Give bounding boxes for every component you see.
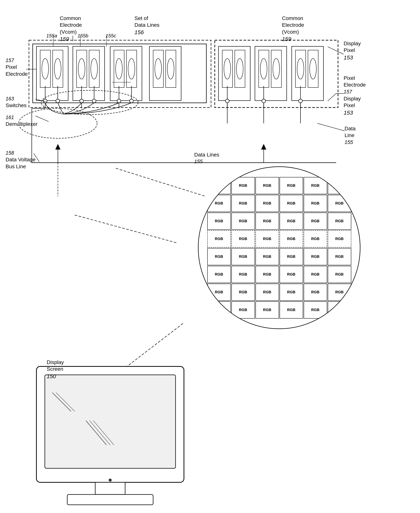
svg-rect-4 — [40, 50, 50, 87]
rgb-cell: RGB — [304, 266, 327, 283]
rgb-cell: RGB — [255, 195, 279, 212]
svg-rect-23 — [218, 46, 250, 101]
rgb-cell: RGB — [231, 284, 255, 301]
rgb-cell: RGB — [304, 195, 327, 212]
svg-point-7 — [54, 59, 61, 79]
svg-point-50 — [41, 90, 138, 115]
svg-point-17 — [128, 59, 135, 79]
pixel-electrode-left-label: 157 Pixel Electrode — [6, 57, 28, 78]
diagram-container: Common Electrode (Vcom) 159 Set of Data … — [0, 0, 420, 513]
svg-point-37 — [310, 59, 316, 79]
svg-rect-29 — [259, 50, 269, 87]
rgb-cell: RGB — [328, 195, 351, 212]
svg-line-78 — [56, 393, 75, 411]
rgb-cell: RGB — [328, 177, 351, 194]
svg-point-35 — [297, 59, 304, 79]
svg-point-47 — [92, 99, 96, 103]
svg-point-44 — [43, 99, 47, 103]
svg-rect-75 — [67, 495, 153, 505]
svg-line-68 — [116, 168, 205, 196]
demux-label: 161 Demultiplexer — [6, 114, 38, 128]
rgb-cell: RGB — [207, 266, 231, 283]
rgb-cell: RGB — [207, 248, 231, 265]
svg-line-77 — [52, 393, 71, 411]
rgb-cell: RGB — [280, 248, 303, 265]
svg-rect-13 — [110, 46, 142, 101]
rgb-cell: RGB — [304, 284, 327, 301]
svg-rect-33 — [292, 46, 323, 101]
svg-point-5 — [42, 59, 49, 79]
subpixel-ref-b: 155b — [77, 33, 88, 39]
svg-rect-24 — [222, 50, 232, 87]
svg-rect-8 — [73, 46, 105, 101]
rgb-cell: RGB — [304, 230, 327, 248]
svg-point-48 — [117, 99, 121, 103]
data-lines-center-label: Data Lines 155 — [194, 151, 219, 165]
rgb-cell: RGB — [207, 213, 231, 230]
svg-marker-64 — [261, 144, 266, 149]
svg-point-58 — [225, 99, 229, 103]
svg-point-20 — [155, 59, 162, 79]
svg-point-30 — [260, 59, 267, 79]
display-pixel-lower-label: Display Pixel 153 — [344, 95, 361, 116]
rgb-cell: RGB — [255, 177, 279, 194]
svg-point-59 — [262, 99, 266, 103]
set-of-data-lines-label: Set of Data Lines 156 — [135, 15, 159, 36]
svg-rect-36 — [308, 50, 318, 87]
svg-rect-11 — [89, 50, 99, 87]
data-line-right-label: Data Line 155 — [345, 125, 356, 146]
rgb-cell: RGB — [328, 248, 351, 265]
rgb-cell: RGB — [328, 301, 351, 319]
svg-rect-73 — [45, 375, 176, 468]
rgb-cell: RGB — [304, 177, 327, 194]
svg-point-25 — [224, 59, 231, 79]
svg-rect-26 — [235, 50, 245, 87]
rgb-cell: RGB — [207, 284, 231, 301]
svg-point-10 — [78, 59, 85, 79]
svg-point-27 — [236, 59, 243, 79]
svg-rect-21 — [166, 50, 176, 87]
rgb-cell: RGB — [328, 266, 351, 283]
svg-point-76 — [109, 479, 112, 482]
svg-point-22 — [167, 59, 174, 79]
rgb-cell: RGB — [304, 248, 327, 265]
rgb-cell: RGB — [280, 213, 303, 230]
svg-point-12 — [91, 59, 98, 79]
svg-line-70 — [127, 323, 183, 366]
svg-point-46 — [80, 99, 83, 103]
svg-line-91 — [317, 123, 345, 131]
svg-point-32 — [273, 59, 280, 79]
rgb-cell: RGB — [280, 301, 303, 319]
svg-rect-0 — [29, 40, 211, 108]
rgb-cell: RGB — [255, 248, 279, 265]
svg-rect-18 — [150, 46, 181, 101]
rgb-cell: RGB — [280, 177, 303, 194]
svg-rect-34 — [295, 50, 306, 87]
svg-rect-74 — [95, 482, 125, 495]
svg-line-71 — [105, 366, 127, 393]
svg-line-88 — [328, 47, 344, 54]
rgb-cell: RGB — [304, 213, 327, 230]
svg-rect-72 — [37, 366, 184, 482]
rgb-cell: RGB — [207, 195, 231, 212]
svg-point-45 — [56, 99, 60, 103]
rgb-cell: RGB — [207, 301, 231, 319]
rgb-cell: RGB — [328, 213, 351, 230]
subpixel-ref-c: 155c — [105, 33, 116, 39]
display-screen-label: Display Screen 150 — [47, 359, 64, 380]
svg-rect-31 — [271, 50, 281, 87]
svg-line-80 — [90, 421, 110, 445]
svg-point-15 — [116, 59, 122, 79]
svg-rect-14 — [114, 50, 124, 87]
rgb-cell: RGB — [231, 213, 255, 230]
rgb-cell: RGB — [255, 213, 279, 230]
svg-rect-28 — [255, 46, 287, 101]
rgb-cell: RGB — [231, 230, 255, 248]
pixel-electrode-right-label: Pixel Electrode 157 — [344, 75, 366, 95]
rgb-cell: RGB — [280, 230, 303, 248]
rgb-cell: RGB — [231, 266, 255, 283]
rgb-cell: RGB — [328, 284, 351, 301]
svg-line-93 — [36, 99, 46, 102]
rgb-cell: RGB — [280, 266, 303, 283]
rgb-cell: RGB — [304, 301, 327, 319]
